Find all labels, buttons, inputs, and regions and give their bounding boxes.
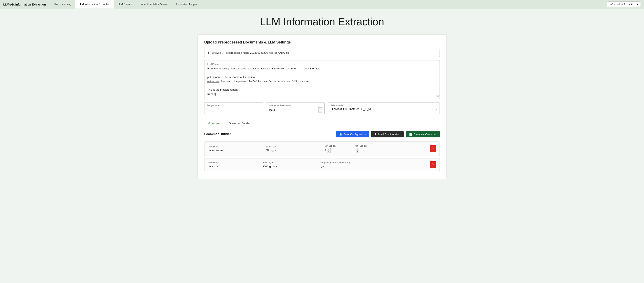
model-value: LLaMA 3.1 8B Instruct Q5_K_M <box>330 107 371 111</box>
minlen-spinner-1[interactable]: ▲ ▼ <box>327 148 330 153</box>
app-dropdown-label: Information Extraction <box>610 3 636 6</box>
temperature-value[interactable]: 0 <box>207 107 260 111</box>
tab-grammar[interactable]: Grammar <box>204 120 224 127</box>
field-minlen-group-1: Min Length 2 ▲ ▼ <box>324 145 352 153</box>
field-name-label-2: Field Name <box>208 161 261 164</box>
maxlen-increment-1[interactable]: ▲ <box>356 148 359 150</box>
grammar-builder-header: Grammar Builder 💾 Save Configuration ⬆ L… <box>204 131 440 137</box>
generate-grammar-button[interactable]: 📄 Generate Grammar <box>406 131 440 137</box>
app-dropdown[interactable]: Information Extraction ▾ <box>607 2 641 7</box>
nav-tabs: Preprocessing LLM Information Extraction… <box>50 0 607 9</box>
prompt-container: LLM Prompt From the following medical re… <box>204 60 440 99</box>
upload-icon: ⬆ <box>207 51 210 55</box>
prompt-patientname-key: patientname <box>207 76 222 79</box>
model-select[interactable]: LLaMA 3.1 8B Instruct Q5_K_M ▾ <box>330 107 437 111</box>
field-categories-value-2[interactable]: m,w,d <box>319 165 372 168</box>
prompt-line1: From the following medical report, extra… <box>207 67 320 70</box>
maxlen-decrement-1[interactable]: ▼ <box>356 150 359 153</box>
field-name-group-1: Field Name patientname <box>208 145 264 152</box>
predictions-field: Number of Predictions 1024 ▲ ▼ <box>266 102 325 114</box>
field-type-label-2: Field Type <box>263 161 316 164</box>
nav-tab-preprocessing[interactable]: Preprocessing <box>50 0 75 9</box>
field-minlen-label-1: Min Length <box>324 145 352 147</box>
model-chevron-icon: ▾ <box>436 108 437 110</box>
field-type-value-2: Categories <box>263 165 277 168</box>
tab-grammar-builder[interactable]: Grammar Builder <box>224 120 254 127</box>
nav-tab-llm-extraction[interactable]: LLM Information Extraction <box>75 0 114 9</box>
field-name-value-1[interactable]: patientname <box>208 149 264 152</box>
prompt-line2: patientname: The full name of the patien… <box>207 76 256 79</box>
main-card: Upload Preprocessed Documents & LLM Sett… <box>198 34 446 179</box>
temperature-field: Temperature 0 <box>204 102 263 114</box>
top-navigation: LLM-AIx Information Extraction Preproces… <box>0 0 644 9</box>
field-type-value-1: String <box>266 149 274 152</box>
prompt-text[interactable]: From the following medical report, extra… <box>207 67 437 96</box>
predictions-increment[interactable]: ▲ <box>318 107 322 110</box>
prompt-line4: This is the medical report: <box>207 88 238 91</box>
field-name-value-2[interactable]: patientsex <box>208 165 261 168</box>
field-type-select-2[interactable]: Categories ▾ <box>263 165 316 168</box>
prompt-line3: patientsex: The sex of the patient. Use … <box>207 80 309 83</box>
field-maxlen-group-1: Max Length ▲ ▼ <box>355 145 397 153</box>
field-categories-label-2: Categories (comma-separated) <box>319 161 372 164</box>
grammar-builder-title: Grammar Builder <box>204 132 231 136</box>
save-icon: 💾 <box>339 133 342 136</box>
predictions-value-row: 1024 ▲ ▼ <box>269 107 322 113</box>
load-configuration-button[interactable]: ⬆ Load Configuration <box>371 131 404 137</box>
nav-tab-annotation-helper[interactable]: Annotation Helper <box>172 0 200 9</box>
field-name-label-1: Field Name <box>208 145 264 148</box>
field-type-label-1: Field Type <box>266 145 322 148</box>
file-upload-row: ⬆ Browse... preprocessed-None-2024090212… <box>204 49 440 57</box>
generate-icon: 📄 <box>409 133 412 136</box>
field-type-group-1: Field Type String ▾ <box>266 145 322 152</box>
minlen-increment-1[interactable]: ▲ <box>327 148 330 150</box>
field-name-group-2: Field Name patientsex <box>208 161 261 168</box>
predictions-value[interactable]: 1024 <box>269 108 275 112</box>
predictions-decrement[interactable]: ▼ <box>318 110 322 113</box>
delete-field-button-1[interactable]: ✕ <box>430 145 436 152</box>
section-title: Upload Preprocessed Documents & LLM Sett… <box>204 40 440 45</box>
field-row-patientname: Field Name patientname Field Type String… <box>204 142 440 156</box>
field-type-group-2: Field Type Categories ▾ <box>263 161 316 168</box>
load-icon: ⬆ <box>374 133 377 136</box>
prompt-patientsex-rest: The sex of the patient. Use "m" for male… <box>220 80 309 83</box>
grammar-builder-buttons: 💾 Save Configuration ⬆ Load Configuratio… <box>336 131 440 137</box>
prompt-label: LLM Prompt <box>207 63 437 65</box>
field-type-chevron-1: ▾ <box>275 149 276 151</box>
resize-handle-icon[interactable]: ⇲ <box>436 95 439 98</box>
field-maxlen-label-1: Max Length <box>355 145 397 147</box>
save-configuration-button[interactable]: 💾 Save Configuration <box>336 131 369 137</box>
field-type-select-1[interactable]: String ▾ <box>266 149 322 152</box>
file-name-label: preprocessed-None-202409021236-klolHbeKA… <box>226 51 289 54</box>
predictions-label: Number of Predictions <box>269 104 322 107</box>
temperature-label: Temperature <box>207 104 260 107</box>
brand-label: LLM-AIx Information Extraction <box>3 3 46 6</box>
field-maxlen-value-row-1: ▲ ▼ <box>355 148 397 153</box>
maxlen-spinner-1[interactable]: ▲ ▼ <box>356 148 359 153</box>
model-field: Select Model LLaMA 3.1 8B Instruct Q5_K_… <box>328 102 440 114</box>
field-type-chevron-2: ▾ <box>278 165 279 167</box>
nav-tab-label-annotation[interactable]: Label Annotation Viewer <box>136 0 172 9</box>
prompt-patientname-rest: The full name of the patient. <box>222 76 256 79</box>
field-minlen-value-1[interactable]: 2 <box>324 149 326 152</box>
nav-tab-llm-results[interactable]: LLM Results <box>114 0 136 9</box>
inner-tabs: Grammar Grammar Builder <box>204 120 440 127</box>
chevron-down-icon: ▾ <box>637 3 638 6</box>
field-categories-group-2: Categories (comma-separated) m,w,d <box>319 161 372 168</box>
field-minlen-value-row-1: 2 ▲ ▼ <box>324 148 352 153</box>
prompt-line5: {report} <box>207 93 216 96</box>
browse-button[interactable]: Browse... <box>212 51 223 54</box>
model-label: Select Model <box>330 104 437 107</box>
main-content: LLM Information Extraction Upload Prepro… <box>194 9 450 190</box>
delete-field-button-2[interactable]: ✕ <box>430 161 436 168</box>
page-title: LLM Information Extraction <box>198 16 446 28</box>
settings-row: Temperature 0 Number of Predictions 1024… <box>204 102 440 114</box>
field-row-patientsex: Field Name patientsex Field Type Categor… <box>204 158 440 171</box>
minlen-decrement-1[interactable]: ▼ <box>327 150 330 153</box>
predictions-spinner[interactable]: ▲ ▼ <box>318 107 322 113</box>
prompt-patientsex-key: patientsex <box>207 80 219 83</box>
